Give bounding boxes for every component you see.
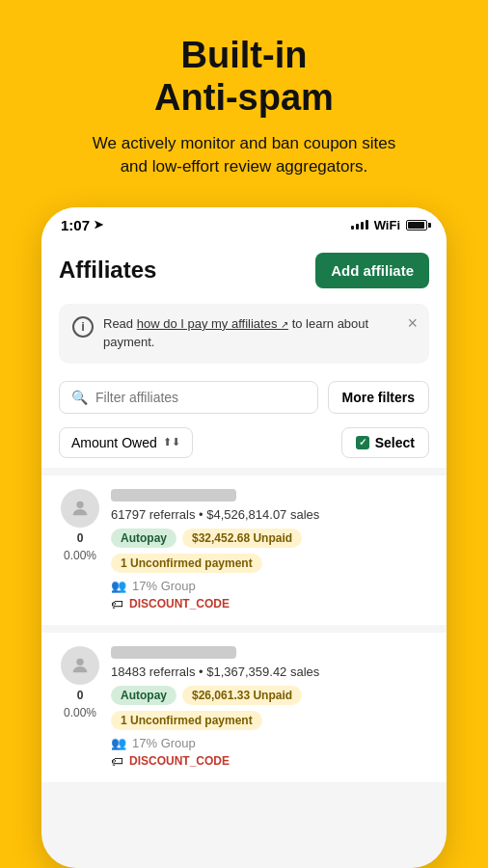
info-text: Read how do I pay my affiliates ↗ to lea… xyxy=(103,315,416,352)
svg-point-0 xyxy=(76,501,83,507)
group-label: 17% Group xyxy=(132,579,196,593)
group-icon: 👥 xyxy=(111,579,126,593)
add-affiliate-button[interactable]: Add affiliate xyxy=(315,253,429,288)
hero-section: Built-inAnti-spam We actively monitor an… xyxy=(64,0,424,198)
search-input[interactable] xyxy=(95,390,306,405)
affiliate-info: 61797 referrals • $4,526,814.07 sales Au… xyxy=(111,489,429,611)
battery-icon xyxy=(406,220,427,231)
referral-count: 0 xyxy=(77,531,84,545)
affiliate-meta: 👥 17% Group 🏷 DISCOUNT_CODE xyxy=(111,579,429,611)
referral-percent: 0.00% xyxy=(64,549,96,562)
svg-point-1 xyxy=(76,658,83,665)
affiliate-stats: 18483 referrals • $1,367,359.42 sales xyxy=(111,665,429,679)
affiliate-name-blur xyxy=(111,489,236,502)
unpaid-badge: $32,452.68 Unpaid xyxy=(182,529,302,548)
chevron-down-icon: ⬆⬇ xyxy=(163,436,180,448)
table-row[interactable]: 0 0.00% 61797 referrals • $4,526,814.07 … xyxy=(41,475,447,625)
unconfirmed-badge: 1 Unconfirmed payment xyxy=(111,711,262,730)
autopay-badge: Autopay xyxy=(111,686,176,705)
referral-count: 0 xyxy=(77,689,84,702)
amount-owed-dropdown[interactable]: Amount Owed ⬆⬇ xyxy=(59,427,193,458)
hero-title: Built-inAnti-spam xyxy=(93,35,395,119)
select-checkbox-icon xyxy=(356,436,369,449)
avatar xyxy=(61,489,99,528)
group-icon: 👥 xyxy=(111,736,126,750)
affiliate-list: 0 0.00% 61797 referrals • $4,526,814.07 … xyxy=(41,468,447,782)
external-link-icon: ↗ xyxy=(281,319,288,330)
filter-row: 🔍 More filters xyxy=(41,375,447,423)
info-icon: i xyxy=(72,316,94,338)
unconfirmed-badge: 1 Unconfirmed payment xyxy=(111,554,262,573)
amount-owed-label: Amount Owed xyxy=(71,435,157,450)
app-content: Affiliates Add affiliate i Read how do I… xyxy=(41,239,447,782)
location-icon: ➤ xyxy=(94,218,103,231)
badge-row: Autopay $32,452.68 Unpaid 1 Unconfirmed … xyxy=(111,529,429,573)
autopay-badge: Autopay xyxy=(111,529,176,548)
affiliate-meta: 👥 17% Group 🏷 DISCOUNT_CODE xyxy=(111,736,429,769)
hero-subtitle: We actively monitor and ban coupon sites… xyxy=(93,132,395,178)
table-row[interactable]: 0 0.00% 18483 referrals • $1,367,359.42 … xyxy=(41,633,447,782)
app-header: Affiliates Add affiliate xyxy=(41,239,447,298)
referral-percent: 0.00% xyxy=(64,706,96,719)
group-row: 👥 17% Group xyxy=(111,736,429,750)
status-right: WiFi xyxy=(351,218,427,232)
avatar-col: 0 0.00% xyxy=(59,646,101,719)
status-bar: 1:07 ➤ WiFi xyxy=(41,207,447,239)
coupon-icon: 🏷 xyxy=(111,754,123,769)
search-box[interactable]: 🔍 xyxy=(59,381,318,414)
search-icon: 🔍 xyxy=(71,390,88,405)
affiliate-stats: 61797 referrals • $4,526,814.07 sales xyxy=(111,507,429,522)
discount-code: DISCOUNT_CODE xyxy=(129,597,230,610)
how-to-pay-link[interactable]: how do I pay my affiliates ↗ xyxy=(137,316,288,331)
status-time: 1:07 xyxy=(61,217,90,233)
page-title: Affiliates xyxy=(59,257,156,284)
signal-icon xyxy=(351,220,368,230)
discount-code: DISCOUNT_CODE xyxy=(129,754,230,768)
info-banner: i Read how do I pay my affiliates ↗ to l… xyxy=(59,304,429,364)
group-row: 👥 17% Group xyxy=(111,579,429,593)
affiliate-name-blur xyxy=(111,646,236,659)
code-row: 🏷 DISCOUNT_CODE xyxy=(111,754,429,769)
unpaid-badge: $26,061.33 Unpaid xyxy=(182,686,302,705)
more-filters-button[interactable]: More filters xyxy=(328,381,429,414)
sort-row: Amount Owed ⬆⬇ Select xyxy=(41,423,447,468)
wifi-icon: WiFi xyxy=(374,218,400,232)
avatar xyxy=(61,646,99,685)
affiliate-info: 18483 referrals • $1,367,359.42 sales Au… xyxy=(111,646,429,769)
select-label: Select xyxy=(375,435,415,450)
coupon-icon: 🏷 xyxy=(111,597,123,611)
close-banner-button[interactable]: × xyxy=(407,313,418,334)
phone-frame: 1:07 ➤ WiFi Affiliates Add affiliate i xyxy=(41,207,447,868)
badge-row: Autopay $26,061.33 Unpaid 1 Unconfirmed … xyxy=(111,686,429,730)
select-button[interactable]: Select xyxy=(341,427,429,458)
code-row: 🏷 DISCOUNT_CODE xyxy=(111,597,429,611)
avatar-col: 0 0.00% xyxy=(59,489,101,562)
group-label: 17% Group xyxy=(132,736,196,750)
status-left: 1:07 ➤ xyxy=(61,217,103,233)
